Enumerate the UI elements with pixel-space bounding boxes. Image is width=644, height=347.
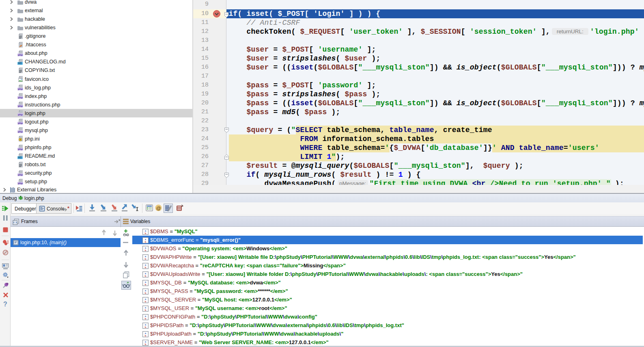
svg-text:b: b	[145, 266, 146, 268]
svg-text:b: b	[145, 300, 146, 302]
svg-text:php: php	[18, 87, 23, 90]
svg-text:php: php	[18, 104, 23, 107]
svg-text:b: b	[145, 274, 146, 277]
svg-text:php: php	[18, 182, 23, 184]
svg-text:b: b	[145, 308, 146, 311]
svg-text:MD: MD	[18, 156, 22, 159]
svg-text:php: php	[18, 113, 23, 116]
svg-text:b: b	[145, 334, 146, 336]
svg-text:php: php	[18, 121, 23, 124]
svg-text:b: b	[145, 343, 146, 345]
svg-text:b: b	[145, 283, 146, 285]
svg-text:php: php	[18, 147, 23, 150]
svg-text:b: b	[145, 325, 146, 328]
svg-text:@: @	[156, 206, 161, 210]
svg-text:b: b	[145, 317, 146, 319]
svg-text:b: b	[145, 232, 146, 234]
svg-text:*: *	[67, 206, 70, 211]
svg-text:php: php	[18, 130, 23, 133]
svg-text:php: php	[18, 53, 23, 56]
svg-text:php: php	[18, 173, 23, 176]
svg-text:MD: MD	[18, 62, 22, 65]
svg-text:b: b	[145, 240, 146, 243]
svg-text:php: php	[18, 96, 23, 99]
svg-text:b: b	[145, 257, 146, 260]
svg-text:b: b	[145, 291, 146, 294]
svg-text:b: b	[145, 249, 146, 251]
